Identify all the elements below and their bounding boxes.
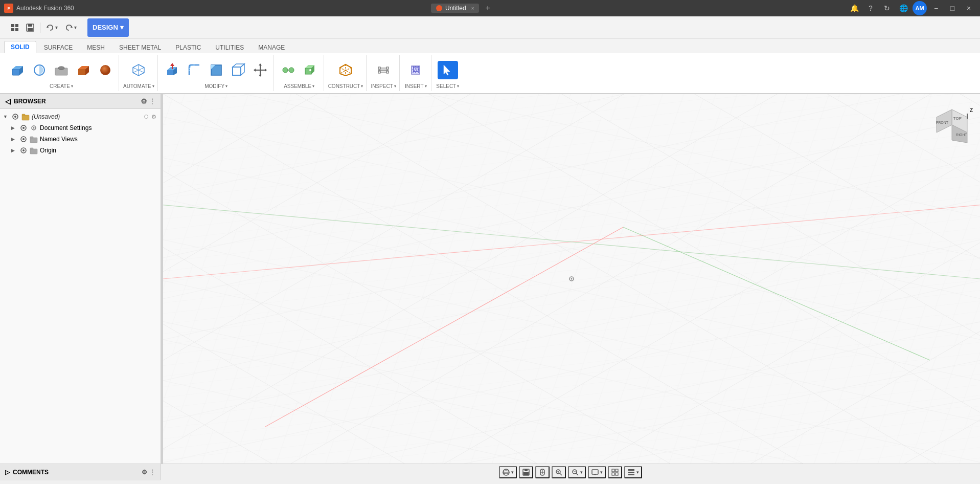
visibility-icon4[interactable] [19, 146, 28, 155]
expand-arrow: ▶ [11, 137, 17, 142]
modify-label[interactable]: MODIFY ▾ [204, 83, 227, 89]
construct-label[interactable]: CONSTRUCT ▾ [328, 83, 363, 89]
tab-manage[interactable]: MANAGE [252, 41, 291, 53]
extrude-button[interactable] [7, 61, 28, 79]
apps-button[interactable] [8, 22, 21, 33]
automate-label[interactable]: AUTOMATE ▾ [123, 83, 154, 89]
joint-origin-button[interactable] [300, 61, 321, 79]
select-button[interactable] [438, 61, 458, 79]
tree-item-unsaved[interactable]: ▼ (Unsaved) ⚙ [0, 111, 161, 122]
box-button[interactable] [73, 61, 94, 79]
create-buttons [7, 57, 116, 82]
web-icon[interactable]: 🌐 [896, 1, 910, 15]
select-buttons [438, 57, 458, 82]
svg-rect-132 [616, 469, 618, 472]
undo-button[interactable]: ▾ [43, 22, 60, 33]
browser-tree: ▼ (Unsaved) ⚙ ▶ Document Settings ▶ Name… [0, 109, 161, 464]
settings-icon[interactable]: ⚙ [151, 114, 156, 120]
inspect-button[interactable] [373, 61, 394, 79]
create-label[interactable]: CREATE ▾ [50, 83, 73, 89]
zoom-fit-button[interactable]: ▾ [568, 466, 586, 478]
pan-button[interactable] [535, 466, 550, 478]
visibility-icon[interactable] [11, 113, 19, 121]
folder-icon [21, 113, 30, 121]
comments-resize[interactable]: ⋮ [149, 469, 155, 476]
bottom-panels: ▷ COMMENTS ⚙ ⋮ ▾ [0, 464, 980, 480]
svg-rect-31 [233, 67, 241, 75]
tree-item-origin[interactable]: ▶ Origin [0, 145, 161, 156]
insert-label[interactable]: INSERT ▾ [405, 83, 427, 89]
sphere-icon [98, 63, 112, 77]
inspect-label[interactable]: INSPECT ▾ [371, 83, 396, 89]
svg-rect-131 [612, 469, 614, 472]
tab-utilities[interactable]: UTILITIES [209, 41, 250, 53]
titlebar-right: 🔔 ? ↻ 🌐 AM − □ × [847, 1, 976, 15]
display-settings-button[interactable]: ▾ [588, 466, 606, 478]
group-create: CREATE ▾ [4, 55, 119, 91]
browser-settings-icon[interactable]: ⚙ [141, 97, 147, 105]
chamfer-button[interactable] [206, 61, 226, 79]
sphere-button[interactable] [95, 61, 116, 79]
tab-solid[interactable]: SOLID [4, 41, 36, 53]
svg-point-74 [22, 149, 25, 151]
expand-arrow: ▼ [3, 114, 9, 119]
tree-item-named-views[interactable]: ▶ Named Views [0, 134, 161, 145]
inspect-buttons [373, 57, 394, 82]
svg-marker-39 [265, 69, 267, 72]
statusbar-arrow1: ▾ [511, 470, 514, 475]
svg-point-41 [289, 68, 294, 73]
comments-settings-icon[interactable]: ⚙ [142, 469, 147, 476]
svg-rect-63 [22, 115, 29, 120]
create-arrow: ▾ [71, 84, 73, 89]
close-tab-btn[interactable]: × [471, 6, 474, 11]
comments-expand-icon[interactable]: ▷ [5, 469, 10, 476]
maximize-button[interactable]: □ [945, 1, 960, 15]
design-dropdown-button[interactable]: DESIGN ▾ [87, 18, 129, 37]
svg-rect-137 [628, 474, 634, 475]
main-area: ◁ BROWSER ⚙ ⋮ ▼ (Unsaved) ⚙ ▶ [0, 94, 980, 464]
revolve-button[interactable] [29, 61, 50, 79]
sync-icon[interactable]: ↻ [880, 1, 894, 15]
insert-button[interactable]: 🖼 [405, 61, 426, 79]
browser-collapse-icon[interactable]: ◁ [5, 97, 11, 105]
select-icon [441, 63, 455, 77]
fillet-button[interactable] [184, 61, 204, 79]
visibility-icon2[interactable] [19, 124, 28, 132]
save-status-button[interactable] [519, 466, 533, 478]
view-cube[interactable]: TOP FRONT RIGHT Z [929, 104, 970, 145]
group-construct: CONSTRUCT ▾ [325, 55, 367, 91]
notification-icon[interactable]: 🔔 [847, 1, 861, 15]
construct-button[interactable] [335, 61, 356, 79]
save-button[interactable] [24, 22, 37, 33]
help-icon[interactable]: ? [863, 1, 878, 15]
zoom-button[interactable] [552, 466, 566, 478]
view-options-button[interactable]: ▾ [624, 466, 642, 478]
assemble-label[interactable]: ASSEMBLE ▾ [284, 83, 314, 89]
hole-button[interactable] [51, 61, 72, 79]
document-tab[interactable]: Untitled × [431, 4, 480, 13]
statusbar: ▾ ▾ ▾ ▾ [161, 464, 980, 480]
tab-mesh[interactable]: MESH [80, 41, 111, 53]
close-button[interactable]: × [962, 1, 976, 15]
minimize-button[interactable]: − [929, 1, 943, 15]
new-tab-button[interactable]: + [485, 4, 490, 13]
tree-item-doc-settings[interactable]: ▶ Document Settings [0, 122, 161, 134]
user-avatar[interactable]: AM [913, 1, 927, 15]
tab-sheet-metal[interactable]: SHEET METAL [112, 41, 168, 53]
browser-resize-handle[interactable]: ⋮ [149, 98, 155, 105]
grid-view-button[interactable] [608, 466, 622, 478]
move-button[interactable] [250, 61, 270, 79]
push-pull-button[interactable] [162, 61, 183, 79]
titlebar: F Autodesk Fusion 360 Untitled × + 🔔 ? ↻… [0, 0, 980, 16]
joint-button[interactable] [278, 61, 299, 79]
document-title: Untitled [445, 5, 466, 12]
select-label[interactable]: SELECT ▾ [436, 83, 459, 89]
visibility-icon3[interactable] [19, 135, 28, 143]
tab-surface[interactable]: SURFACE [37, 41, 80, 53]
tab-plastic[interactable]: PLASTIC [169, 41, 208, 53]
grid-settings-button[interactable]: ▾ [499, 466, 517, 478]
viewport[interactable]: TOP FRONT RIGHT Z [163, 94, 980, 464]
redo-button[interactable]: ▾ [62, 22, 79, 33]
shell-button[interactable] [228, 61, 248, 79]
automate-button[interactable] [128, 61, 149, 79]
